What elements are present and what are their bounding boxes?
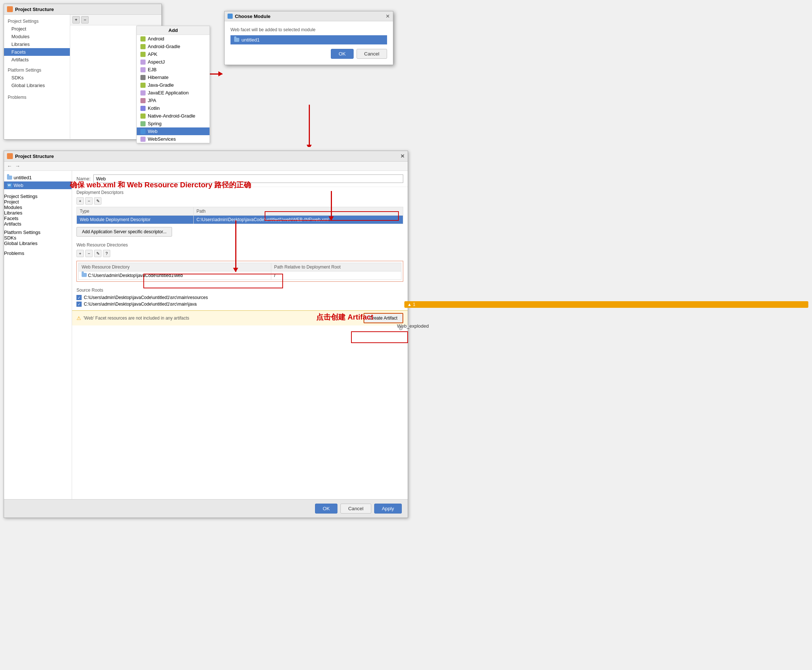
top-nav-modules[interactable]: Modules bbox=[4, 33, 70, 41]
bottom-platform-settings-header: Platform Settings bbox=[4, 230, 72, 235]
webservices-icon bbox=[141, 137, 146, 142]
menu-webservices[interactable]: WebServices bbox=[137, 135, 210, 143]
choose-module-titlebar: Choose Module ✕ bbox=[225, 12, 393, 21]
back-button[interactable]: ← bbox=[7, 163, 12, 169]
dd-path-header: Path bbox=[193, 207, 403, 216]
top-nav-artifacts[interactable]: Artifacts bbox=[4, 56, 70, 64]
bottom-nav-facets[interactable]: Facets bbox=[4, 216, 72, 221]
dialog-ok-button[interactable]: OK bbox=[331, 49, 353, 59]
dd-table: Type Path Web Module Deployment Descript… bbox=[76, 207, 403, 224]
menu-android[interactable]: Android bbox=[137, 35, 210, 42]
remove-button[interactable]: − bbox=[81, 16, 88, 24]
menu-spring[interactable]: Spring bbox=[137, 120, 210, 127]
tree-web[interactable]: Web bbox=[4, 181, 72, 189]
forward-button[interactable]: → bbox=[15, 163, 20, 169]
wr-add-button[interactable]: + bbox=[76, 250, 84, 257]
menu-javaee[interactable]: JavaEE Application bbox=[137, 89, 210, 96]
bottom-apply-button[interactable]: Apply bbox=[374, 504, 402, 514]
top-nav-project[interactable]: Project bbox=[4, 25, 70, 33]
untitled1-label: untitled1 bbox=[14, 175, 32, 180]
add-server-descriptor-button[interactable]: Add Application Server specific descript… bbox=[76, 227, 172, 237]
arrow-annotation-1-head bbox=[329, 217, 334, 221]
wr-edit-button[interactable]: ✎ bbox=[94, 250, 102, 257]
bottom-nav-global-libraries[interactable]: Global Libraries bbox=[4, 240, 72, 246]
dialog-cancel-button[interactable]: Cancel bbox=[356, 49, 387, 59]
platform-settings-header: Platform Settings bbox=[4, 66, 70, 74]
menu-web[interactable]: Web bbox=[137, 127, 210, 135]
add-facet-menu: Add Android Android-Gradle APK AspectJ bbox=[136, 26, 210, 143]
menu-jpa[interactable]: JPA bbox=[137, 96, 210, 104]
android-gradle-icon bbox=[141, 44, 146, 49]
hibernate-icon bbox=[141, 75, 146, 80]
jpa-icon bbox=[141, 98, 146, 103]
bottom-cancel-button[interactable]: Cancel bbox=[341, 504, 371, 514]
menu-android-gradle[interactable]: Android-Gradle bbox=[137, 42, 210, 50]
app-icon bbox=[7, 6, 13, 12]
menu-apk[interactable]: APK bbox=[137, 50, 210, 58]
dd-row-1[interactable]: Web Module Deployment Descriptor C:\User… bbox=[77, 216, 403, 224]
top-right-panel: + − Pre Add Android Android-Gradle APK bbox=[70, 15, 161, 139]
dd-remove-button[interactable]: − bbox=[85, 197, 93, 205]
bottom-ok-button[interactable]: OK bbox=[315, 504, 337, 514]
add-button[interactable]: + bbox=[73, 16, 80, 24]
wr-dir-header: Web Resource Directory bbox=[79, 263, 271, 271]
bottom-nav-modules[interactable]: Modules bbox=[4, 205, 72, 210]
menu-ejb[interactable]: EJB bbox=[137, 66, 210, 73]
dialog-body: Web facet will be added to selected modu… bbox=[225, 21, 393, 65]
bottom-nav-project[interactable]: Project bbox=[4, 199, 72, 205]
wr-row-1[interactable]: C:\Users\admin\Desktop\javaCode\untitled… bbox=[79, 271, 402, 280]
dd-type-header: Type bbox=[77, 207, 194, 216]
bottom-window-title: Project Structure bbox=[15, 154, 54, 159]
annotation-web-path: 确保 web.xml 和 Web Resource Dierctory 路径的正… bbox=[70, 180, 251, 190]
arrow-annotation-1 bbox=[331, 191, 332, 220]
menu-native-android[interactable]: Native-Android-Gradle bbox=[137, 112, 210, 120]
bottom-nav-libraries[interactable]: Libraries bbox=[4, 210, 72, 216]
bottom-nav-sdks[interactable]: SDKs bbox=[4, 235, 72, 240]
bottom-titlebar: Project Structure ✕ bbox=[4, 151, 408, 162]
menu-kotlin[interactable]: Kotlin bbox=[137, 104, 210, 112]
source-root-1-checkbox[interactable]: ✓ bbox=[76, 295, 81, 300]
top-nav-global-libraries[interactable]: Global Libraries bbox=[4, 81, 70, 89]
wr-path-header: Path Relative to Deployment Root bbox=[271, 263, 401, 271]
module-folder-icon bbox=[234, 38, 239, 42]
source-root-2-checkbox[interactable]: ✓ bbox=[76, 301, 81, 307]
wr-dir-cell: C:\Users\admin\Desktop\javaCode\untitled… bbox=[79, 271, 271, 280]
apk-icon bbox=[141, 52, 146, 57]
source-roots-section: Source Roots ✓ C:\Users\admin\Desktop\ja… bbox=[72, 285, 408, 308]
bottom-project-structure-window: Project Structure ✕ ← → untitled1 Web Pr… bbox=[4, 151, 408, 518]
wr-folder-icon bbox=[81, 273, 87, 277]
dd-edit-button[interactable]: ✎ bbox=[94, 197, 102, 205]
bottom-left-panel: untitled1 Web Project Settings Project M… bbox=[4, 171, 72, 513]
menu-hibernate[interactable]: Hibernate bbox=[137, 73, 210, 81]
module-item-untitled1[interactable]: untitled1 bbox=[231, 35, 387, 44]
warning-number-badge: ▲ 1 bbox=[404, 301, 808, 308]
top-titlebar: Project Structure bbox=[4, 4, 161, 15]
dialog-close-button[interactable]: ✕ bbox=[386, 13, 390, 19]
arrow-down-1 bbox=[309, 105, 310, 149]
bottom-app-icon bbox=[7, 153, 13, 159]
web-label: Web bbox=[14, 183, 24, 188]
warning-icon: ⚠ bbox=[76, 315, 81, 321]
source-roots-title: Source Roots bbox=[76, 285, 403, 294]
add-menu-header: Add bbox=[137, 26, 210, 35]
dd-add-button[interactable]: + bbox=[76, 197, 84, 205]
top-left-panel: Project Settings Project Modules Librari… bbox=[4, 15, 70, 139]
menu-java-gradle[interactable]: Java-Gradle bbox=[137, 81, 210, 89]
wr-table-wrapper: Web Resource Directory Path Relative to … bbox=[76, 261, 403, 282]
top-nav-libraries[interactable]: Libraries bbox=[4, 41, 70, 48]
wr-path-cell: / bbox=[271, 271, 401, 280]
menu-aspectj[interactable]: AspectJ bbox=[137, 58, 210, 66]
bottom-close-button[interactable]: ✕ bbox=[400, 153, 405, 159]
top-window-title: Project Structure bbox=[15, 7, 54, 12]
wr-remove-button[interactable]: − bbox=[85, 250, 93, 257]
bottom-nav-artifacts[interactable]: Artifacts bbox=[4, 221, 72, 227]
tree-untitled1[interactable]: untitled1 bbox=[4, 174, 72, 181]
top-project-structure-window: Project Structure Project Settings Proje… bbox=[4, 4, 162, 140]
wr-help-button[interactable]: ? bbox=[103, 250, 110, 257]
java-gradle-icon bbox=[141, 83, 146, 88]
top-nav-sdks[interactable]: SDKs bbox=[4, 74, 70, 81]
top-nav-problems: Problems bbox=[4, 94, 70, 101]
annotation-create-artifact: 点击创建 Artifact bbox=[316, 312, 373, 322]
top-nav-facets[interactable]: Facets bbox=[4, 48, 70, 56]
bottom-main: untitled1 Web Project Settings Project M… bbox=[4, 171, 408, 513]
